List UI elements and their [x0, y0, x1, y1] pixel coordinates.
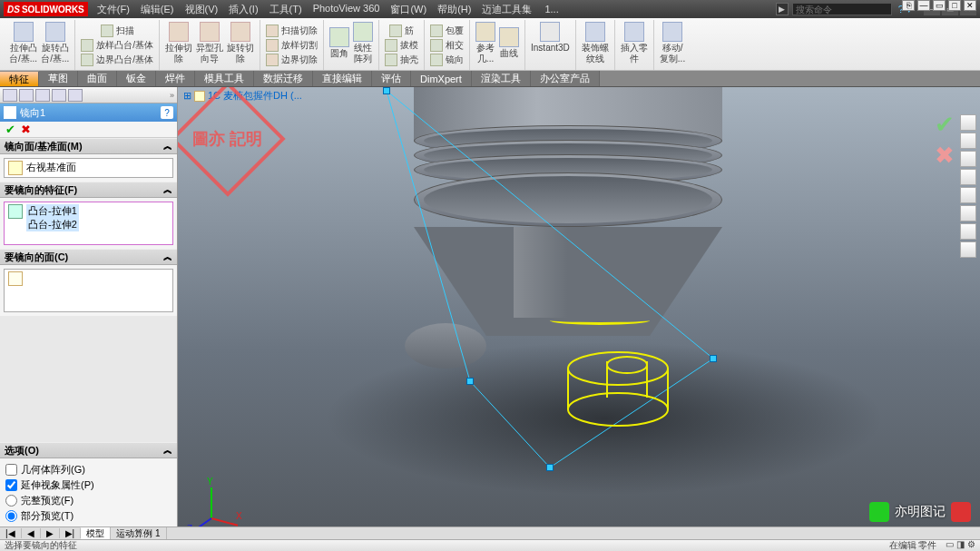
tab-directedit[interactable]: 直接编辑 — [313, 71, 372, 86]
menu-file[interactable]: 文件(F) — [97, 3, 130, 16]
opt-partial-preview[interactable]: 部分预览(T) — [4, 508, 173, 524]
chevron-up-icon[interactable]: ︽ — [163, 251, 172, 263]
boundary-cut-button[interactable]: 边界切除 — [264, 53, 319, 67]
extrude-cut-button[interactable]: 拉伸切除 — [163, 20, 194, 66]
menu-tools[interactable]: 工具(T) — [270, 3, 302, 16]
extrude-boss-button[interactable]: 拉伸凸台/基... — [7, 20, 39, 66]
menu-photoview[interactable]: PhotoView 360 — [313, 3, 380, 16]
feature-tree-tab[interactable] — [3, 89, 17, 102]
pm-section-options-head[interactable]: 选项(O) ︽ — [0, 442, 177, 458]
pattern-button[interactable]: 线性阵列 — [351, 20, 375, 66]
view-cancel-icon[interactable]: ✖ — [935, 142, 955, 170]
list-item[interactable]: 凸台-拉伸1 — [26, 204, 79, 218]
chevron-up-icon[interactable]: ︽ — [163, 444, 172, 457]
tab-office[interactable]: 办公室产品 — [531, 71, 600, 86]
graphics-viewport[interactable]: ⊞ 1C 麦楠包握件DH (... ✔ ✖ — [178, 87, 980, 527]
tab-surface[interactable]: 曲面 — [78, 71, 117, 86]
instant3d-button[interactable]: Instant3D — [529, 20, 572, 55]
mt-prev-button[interactable]: ◀ — [22, 528, 41, 538]
tab-model[interactable]: 模型 — [81, 527, 111, 540]
mdi-link-icon[interactable]: ⎘ — [902, 0, 915, 11]
fillet-button[interactable]: 圆角 — [328, 20, 351, 66]
plus-icon[interactable]: ⊞ — [183, 90, 191, 102]
list-item[interactable]: 凸台-拉伸2 — [26, 218, 79, 231]
wrap-button[interactable]: 包覆 — [428, 24, 466, 38]
mirror-faces-selector[interactable] — [4, 269, 173, 312]
loft-cut-button[interactable]: 放样切割 — [264, 38, 319, 53]
pm-ok-button[interactable]: ✔ — [5, 123, 15, 136]
tab-moldtools[interactable]: 模具工具 — [195, 71, 254, 86]
panel-expand-icon[interactable]: » — [170, 91, 174, 100]
partial-preview-radio[interactable] — [5, 510, 17, 522]
opt-full-preview[interactable]: 完整预览(F) — [4, 493, 173, 508]
curves-button[interactable]: 曲线 — [497, 20, 521, 66]
pm-cancel-button[interactable]: ✖ — [21, 123, 31, 136]
taskpane-library-icon[interactable] — [960, 133, 976, 149]
taskpane-properties-icon[interactable] — [960, 223, 976, 240]
dimxpert-manager-tab[interactable] — [52, 89, 66, 102]
display-manager-tab[interactable] — [68, 89, 83, 102]
mt-next-button[interactable]: ▶ — [41, 528, 60, 538]
menu-help[interactable]: 帮助(H) — [437, 3, 471, 16]
tab-dimxpert[interactable]: DimXpert — [411, 71, 472, 86]
sweep-button[interactable]: 扫描 — [99, 24, 136, 38]
tab-datamigration[interactable]: 数据迁移 — [254, 71, 313, 86]
revolve-boss-button[interactable]: 旋转凸台/基... — [39, 20, 71, 66]
mt-last-button[interactable]: ▶| — [60, 528, 82, 538]
menu-view[interactable]: 视图(V) — [185, 3, 219, 16]
tab-weldment[interactable]: 焊件 — [156, 71, 195, 86]
taskpane-appearance-icon[interactable] — [960, 205, 976, 221]
chevron-up-icon[interactable]: ︽ — [163, 140, 172, 153]
tab-features[interactable]: 特征 — [0, 72, 39, 86]
full-preview-radio[interactable] — [5, 495, 17, 507]
rib-button[interactable]: 筋 — [387, 24, 416, 38]
sweep-cut-button[interactable]: 扫描切除 — [264, 24, 319, 38]
boundary-button[interactable]: 边界凸台/基体 — [79, 53, 155, 67]
hole-wizard-button[interactable]: 异型孔向导 — [194, 20, 225, 66]
mt-first-button[interactable]: |◀ — [0, 528, 22, 538]
tab-sketch[interactable]: 草图 — [39, 71, 78, 86]
mirror-features-selector[interactable]: 凸台-拉伸1 凸台-拉伸2 — [4, 202, 173, 245]
shell-button[interactable]: 抽壳 — [383, 53, 420, 67]
search-icon[interactable]: ▶ — [776, 3, 789, 15]
pm-section-plane-head[interactable]: 镜向面/基准面(M) ︽ — [0, 138, 177, 154]
taskpane-forum-icon[interactable] — [960, 241, 976, 258]
status-icons[interactable]: ▭ ◨ ⚙ — [946, 539, 975, 551]
menu-insert[interactable]: 插入(I) — [229, 3, 258, 16]
taskpane-home-icon[interactable] — [960, 114, 976, 131]
pm-section-faces-head[interactable]: 要镜向的面(C) ︽ — [0, 249, 177, 265]
pm-section-features-head[interactable]: 要镜向的特征(F) ︽ — [0, 182, 177, 198]
chevron-up-icon[interactable]: ︽ — [163, 183, 172, 196]
tab-evaluate[interactable]: 评估 — [372, 71, 411, 86]
move-copy-button[interactable]: 移动/复制... — [658, 20, 687, 66]
tab-sheetmetal[interactable]: 钣金 — [117, 71, 156, 86]
config-manager-tab[interactable] — [35, 89, 50, 102]
menu-window[interactable]: 窗口(W) — [390, 3, 426, 16]
thread-button[interactable]: 装饰螺纹线 — [580, 20, 611, 66]
mirror-ribbon-button[interactable]: 镜向 — [428, 53, 466, 67]
geom-pattern-checkbox[interactable] — [5, 464, 17, 476]
mirror-plane-selector[interactable]: 右视基准面 — [4, 158, 173, 178]
mdi-restore-icon[interactable]: ▭ — [933, 0, 946, 11]
property-manager-tab[interactable] — [19, 89, 34, 102]
opt-visual-props[interactable]: 延伸视象属性(P) — [4, 477, 173, 493]
visual-props-checkbox[interactable] — [5, 479, 17, 491]
tab-render[interactable]: 渲染工具 — [472, 71, 531, 86]
loft-button[interactable]: 放样凸台/基体 — [79, 38, 155, 53]
intersect-button[interactable]: 相交 — [428, 38, 466, 53]
opt-geometry-pattern[interactable]: 几何体阵列(G) — [4, 462, 173, 477]
mdi-close-icon[interactable]: ✕ — [964, 0, 976, 11]
mdi-min-icon[interactable]: — — [917, 0, 930, 11]
taskpane-palette-icon[interactable] — [960, 187, 976, 203]
revolve-cut-button[interactable]: 旋转切除 — [225, 20, 256, 66]
mdi-max-icon[interactable]: □ — [948, 0, 961, 11]
tab-motion-study[interactable]: 运动算例 1 — [111, 527, 166, 540]
command-search-input[interactable] — [792, 3, 892, 15]
menu-edit[interactable]: 编辑(E) — [141, 3, 174, 16]
view-confirm-icon[interactable]: ✔ — [935, 111, 955, 139]
menu-maidi[interactable]: 迈迪工具集 — [482, 3, 532, 16]
draft-button[interactable]: 拔模 — [383, 38, 420, 53]
taskpane-explorer-icon[interactable] — [960, 151, 976, 167]
ref-geom-button[interactable]: 参考几... — [474, 20, 497, 66]
insert-part-button[interactable]: 插入零件 — [619, 20, 650, 66]
